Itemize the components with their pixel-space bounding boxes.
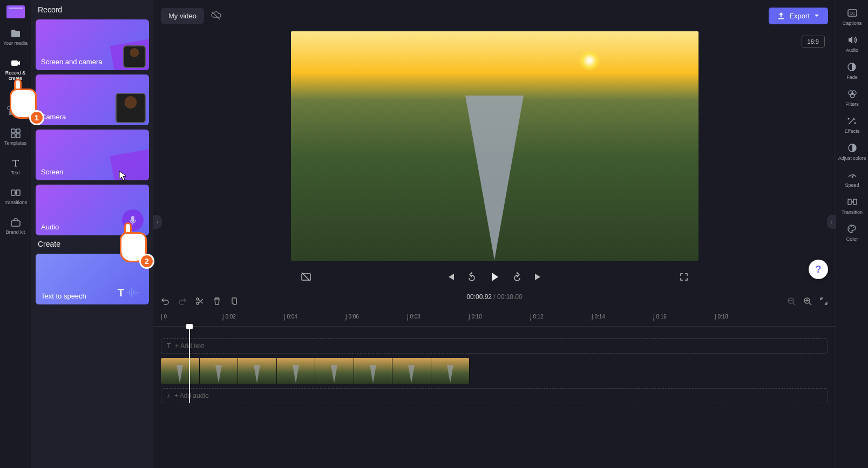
right-item-captions[interactable]: CCCaptions bbox=[843, 8, 862, 26]
sidebar-label: Transitions bbox=[4, 200, 28, 205]
export-button[interactable]: Export bbox=[769, 8, 828, 24]
trash-icon[interactable] bbox=[213, 297, 221, 306]
brand-kit-icon bbox=[10, 217, 21, 228]
time-display: 00:00.92 / 00:10.00 bbox=[466, 293, 522, 301]
audio-track[interactable]: ♪ + Add audio bbox=[161, 388, 828, 403]
right-item-speed[interactable]: Speed bbox=[845, 169, 859, 188]
media-panel: Record Screen and camera Camera Screen A… bbox=[31, 0, 153, 468]
seek-forward-icon[interactable] bbox=[512, 272, 522, 282]
svg-rect-7 bbox=[16, 134, 20, 138]
main-area: My video Export 16:9 bbox=[153, 0, 836, 468]
total-time: 00:10.00 bbox=[497, 293, 523, 301]
camera-icon bbox=[10, 58, 21, 69]
folder-icon bbox=[10, 28, 21, 39]
export-label: Export bbox=[789, 12, 810, 20]
svg-rect-9 bbox=[16, 190, 20, 195]
card-screen[interactable]: Screen bbox=[36, 130, 149, 180]
timeline: 00:00.92 / 00:10.00 | 0 | 0:02 | 0:04 | … bbox=[153, 288, 836, 468]
right-item-audio[interactable]: Audio bbox=[846, 35, 858, 53]
card-camera[interactable]: Camera bbox=[36, 74, 149, 125]
card-label: Screen bbox=[41, 168, 63, 176]
effects-icon bbox=[846, 116, 857, 126]
right-item-filters[interactable]: Filters bbox=[845, 89, 859, 107]
redo-icon[interactable] bbox=[178, 297, 187, 306]
text-track[interactable]: T + Add text bbox=[161, 338, 828, 354]
sidebar-label: Text bbox=[11, 170, 20, 175]
captions-icon: CC bbox=[847, 8, 858, 18]
upload-icon bbox=[777, 12, 785, 19]
svg-rect-8 bbox=[11, 190, 15, 195]
fit-icon[interactable] bbox=[819, 297, 828, 306]
video-preview bbox=[291, 31, 699, 261]
chevron-down-icon bbox=[814, 13, 819, 18]
sidebar-label: Content library bbox=[0, 105, 31, 116]
project-title-button[interactable]: My video bbox=[161, 8, 204, 24]
current-time: 00:00.92 bbox=[466, 293, 492, 301]
aspect-ratio-button[interactable]: 16:9 bbox=[802, 36, 825, 48]
sidebar-item-text[interactable]: Text bbox=[0, 155, 31, 178]
svg-point-35 bbox=[851, 226, 852, 227]
tracks: T + Add text ♪ + Add audio bbox=[153, 327, 836, 403]
section-record-title: Record bbox=[36, 5, 149, 14]
card-text-to-speech[interactable]: T Text to speech bbox=[36, 254, 149, 304]
music-icon: ♪ bbox=[167, 392, 170, 399]
undo-icon[interactable] bbox=[161, 297, 169, 306]
palette-icon bbox=[846, 223, 857, 234]
library-icon bbox=[10, 93, 21, 104]
right-item-fade[interactable]: Fade bbox=[846, 62, 858, 80]
adjust-icon bbox=[847, 143, 858, 153]
card-label: Screen and camera bbox=[41, 58, 102, 66]
card-audio[interactable]: Audio bbox=[36, 185, 149, 235]
right-item-effects[interactable]: Effects bbox=[845, 116, 859, 134]
svg-rect-3 bbox=[16, 97, 18, 100]
card-label: Camera bbox=[41, 113, 66, 121]
text-icon bbox=[10, 158, 21, 168]
preview-canvas[interactable] bbox=[291, 31, 699, 261]
svg-point-31 bbox=[851, 177, 853, 178]
svg-point-13 bbox=[196, 298, 199, 300]
sidebar-item-record-create[interactable]: Record & create bbox=[0, 56, 31, 83]
card-screen-and-camera[interactable]: Screen and camera bbox=[36, 19, 149, 70]
right-item-transition[interactable]: Transition bbox=[842, 196, 863, 215]
duplicate-icon[interactable] bbox=[230, 297, 239, 306]
play-icon[interactable] bbox=[489, 271, 500, 283]
right-item-adjust-colors[interactable]: Adjust colors bbox=[838, 143, 866, 161]
skip-forward-icon[interactable] bbox=[534, 272, 544, 282]
svg-rect-2 bbox=[13, 99, 15, 100]
timeline-ruler[interactable]: | 0 | 0:02 | 0:04 | 0:06 | 0:08 | 0:10 |… bbox=[153, 314, 836, 327]
sync-off-icon[interactable] bbox=[211, 10, 221, 21]
transitions-icon bbox=[10, 187, 21, 198]
svg-point-34 bbox=[849, 228, 850, 229]
right-item-color[interactable]: Color bbox=[846, 223, 858, 242]
video-clip[interactable] bbox=[161, 358, 470, 384]
left-rail: Your media Record & create Content libra… bbox=[0, 0, 31, 468]
zoom-in-icon[interactable] bbox=[803, 297, 812, 306]
sidebar-item-transitions[interactable]: Transitions bbox=[0, 185, 31, 207]
sidebar-item-templates[interactable]: Templates bbox=[0, 126, 31, 148]
svg-line-20 bbox=[809, 303, 811, 305]
zoom-out-icon[interactable] bbox=[787, 297, 796, 306]
svg-rect-6 bbox=[11, 134, 15, 138]
svg-rect-33 bbox=[853, 199, 857, 205]
svg-rect-1 bbox=[12, 94, 19, 102]
split-icon[interactable] bbox=[195, 297, 204, 306]
skip-back-icon[interactable] bbox=[445, 272, 455, 282]
svg-rect-4 bbox=[11, 129, 15, 133]
svg-rect-32 bbox=[848, 199, 851, 205]
app-logo[interactable] bbox=[6, 5, 25, 18]
help-button[interactable]: ? bbox=[809, 260, 828, 279]
svg-rect-5 bbox=[16, 129, 20, 133]
fullscreen-icon[interactable] bbox=[679, 272, 689, 282]
sidebar-item-your-media[interactable]: Your media bbox=[0, 26, 31, 48]
playhead[interactable] bbox=[189, 327, 190, 403]
seek-back-icon[interactable] bbox=[467, 272, 477, 282]
transition-icon bbox=[847, 196, 858, 207]
collapse-right-panel[interactable]: ‹ bbox=[827, 215, 836, 229]
sidebar-item-content-library[interactable]: Content library bbox=[0, 91, 31, 118]
sidebar-item-brand-kit[interactable]: Brand kit bbox=[0, 215, 31, 237]
safe-zones-icon[interactable] bbox=[301, 272, 311, 282]
sidebar-label: Your media bbox=[3, 40, 28, 46]
collapse-left-panel[interactable]: ‹ bbox=[153, 215, 162, 229]
topbar: My video Export bbox=[153, 0, 836, 31]
card-label: Audio bbox=[41, 223, 59, 231]
